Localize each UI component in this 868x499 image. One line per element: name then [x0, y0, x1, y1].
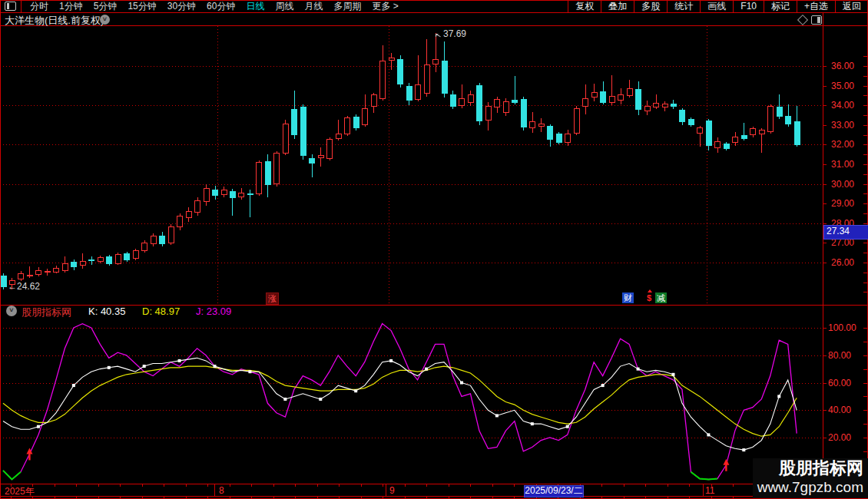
period-tab[interactable]: 5分钟	[88, 0, 123, 12]
candle	[54, 269, 59, 273]
k-line-marker	[601, 384, 605, 387]
candle	[406, 87, 412, 101]
candle	[583, 98, 588, 106]
toolbar-action-button[interactable]: +自选	[797, 0, 835, 12]
candle	[644, 106, 650, 111]
candle	[733, 137, 738, 143]
k-line	[3, 358, 797, 450]
indicator-source-link[interactable]: 股朋指标网	[22, 306, 71, 319]
k-line-marker	[319, 398, 322, 401]
candle	[521, 100, 526, 127]
price-axis-label: 26.00	[831, 257, 854, 268]
candle	[283, 124, 288, 154]
toolbar-action-button[interactable]: 返回	[835, 0, 868, 12]
month-label: 8	[219, 485, 224, 496]
candle	[450, 94, 456, 106]
price-axis-label: 33.00	[831, 120, 854, 131]
k-line-marker	[566, 425, 569, 428]
year-label: 2025年	[5, 485, 35, 498]
period-tab[interactable]: 30分钟	[162, 0, 201, 12]
j-line-green-segment	[691, 472, 717, 480]
date-axis: 2025年 2025/09/23/二 8911	[0, 485, 868, 497]
candle	[768, 106, 774, 131]
candle	[477, 86, 482, 121]
candle	[442, 61, 447, 94]
candle	[574, 108, 579, 133]
watermark-url: www.7gpzb.com	[753, 478, 863, 497]
candle	[18, 273, 24, 279]
chart-canvas	[0, 0, 868, 499]
k-line-marker	[425, 368, 428, 371]
candle	[380, 61, 386, 99]
toolbar-action-button[interactable]: 复权	[568, 0, 601, 12]
candle	[36, 270, 41, 274]
candle	[468, 94, 473, 102]
period-tab[interactable]: 60分钟	[201, 0, 240, 12]
candle	[107, 256, 112, 263]
candle	[142, 243, 147, 250]
candle	[433, 59, 439, 64]
period-tab[interactable]: 日线	[240, 0, 270, 12]
toolbar-action-button[interactable]: 画线	[700, 0, 733, 12]
k-line-marker	[389, 359, 393, 362]
watermark-site-name: 股朋指标网	[753, 458, 863, 478]
period-tab[interactable]: 多周期	[328, 0, 366, 12]
kdj-axis-label: 100.00	[828, 322, 856, 333]
candle	[204, 189, 209, 202]
k-line-marker	[531, 422, 534, 425]
period-tab[interactable]: 15分钟	[122, 0, 161, 12]
layout-icon	[5, 2, 16, 11]
toolbar-action-button[interactable]: 多股	[634, 0, 667, 12]
split-pane-icon[interactable]	[811, 15, 822, 25]
period-tab[interactable]: 周线	[270, 0, 299, 12]
candle	[627, 88, 632, 95]
period-tab[interactable]: 分时	[25, 0, 54, 12]
kdj-axis-label: 40.00	[828, 405, 851, 415]
candle	[591, 93, 597, 97]
candle	[310, 158, 315, 163]
candle	[221, 190, 227, 194]
last-price-marker: 27.34	[823, 225, 868, 240]
candle	[654, 104, 659, 107]
candle	[98, 258, 103, 262]
candle	[636, 90, 641, 110]
buy-arrow-stem	[28, 454, 30, 460]
k-line-marker	[37, 425, 40, 428]
action-buttons: 复权叠加多股统计画线F10标记+自选返回	[568, 0, 868, 12]
candle	[618, 94, 624, 101]
k-line-marker	[283, 398, 287, 401]
candle	[27, 276, 32, 276]
chevron-down-icon[interactable]: ˅	[6, 306, 17, 316]
layout-icon-button[interactable]	[0, 0, 22, 12]
candle	[786, 116, 791, 124]
k-line-marker	[637, 368, 640, 371]
toolbar-action-button[interactable]: F10	[733, 0, 764, 12]
toolbar-action-button[interactable]: 标记	[764, 0, 797, 12]
rise-badge[interactable]: 涨	[266, 292, 279, 305]
k-line-marker	[671, 373, 674, 376]
up-triangle-icon	[648, 289, 652, 292]
toolbar-action-button[interactable]: 叠加	[601, 0, 634, 12]
chevron-down-icon[interactable]: ˅	[100, 15, 110, 25]
dollar-signal-icon[interactable]: $	[645, 292, 653, 303]
k-line-marker	[495, 414, 499, 417]
finance-report-badge[interactable]: 财	[622, 292, 634, 303]
price-axis-label: 36.00	[831, 61, 854, 71]
candle	[741, 136, 747, 139]
candle	[495, 100, 500, 107]
period-tab[interactable]: 月线	[299, 0, 328, 12]
diamond-icon[interactable]	[797, 15, 808, 25]
share-reduce-badge[interactable]: 减	[655, 292, 667, 303]
month-label: 9	[389, 485, 395, 496]
period-tab[interactable]: 更多 >	[366, 0, 403, 12]
candle	[601, 91, 606, 102]
toolbar-action-button[interactable]: 统计	[667, 0, 700, 12]
kdj-axis-label: 60.00	[828, 378, 851, 388]
candle	[777, 107, 782, 117]
kdj-j-value: J: 23.09	[196, 306, 231, 317]
k-line-marker	[777, 395, 780, 398]
period-tab[interactable]: 1分钟	[54, 0, 88, 12]
candle	[750, 129, 756, 135]
candle	[609, 97, 615, 103]
candle	[530, 122, 535, 128]
